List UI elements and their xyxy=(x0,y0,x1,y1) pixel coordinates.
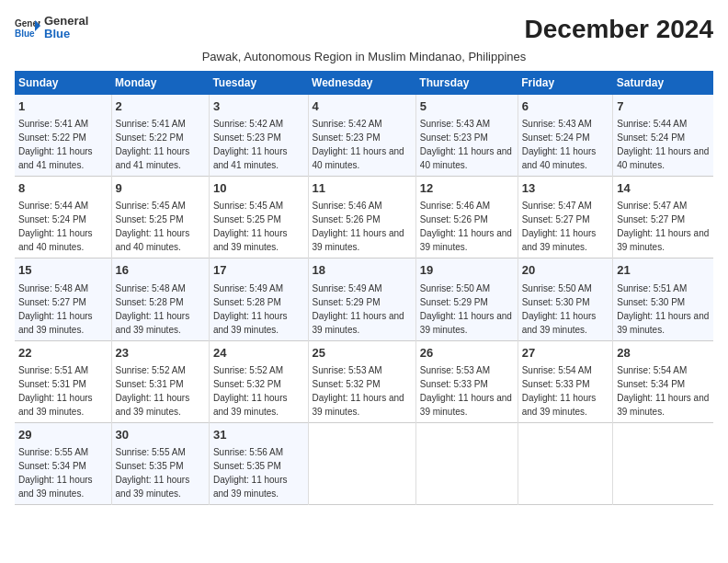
day-number: 22 xyxy=(18,345,108,362)
calendar-cell xyxy=(415,422,518,504)
sunset-text: Sunset: 5:30 PM xyxy=(617,297,685,307)
calendar-cell: 21Sunrise: 5:51 AMSunset: 5:30 PMDayligh… xyxy=(613,259,713,340)
sunset-text: Sunset: 5:26 PM xyxy=(420,214,488,224)
header-wednesday: Wednesday xyxy=(308,71,415,95)
calendar-cell: 20Sunrise: 5:50 AMSunset: 5:30 PMDayligh… xyxy=(518,259,613,340)
calendar-cell: 10Sunrise: 5:45 AMSunset: 5:25 PMDayligh… xyxy=(209,177,308,259)
sunrise-text: Sunrise: 5:44 AM xyxy=(18,201,88,211)
calendar-cell xyxy=(308,422,415,504)
week-row-3: 15Sunrise: 5:48 AMSunset: 5:27 PMDayligh… xyxy=(15,259,713,340)
daylight-text: Daylight: 11 hours and 39 minutes. xyxy=(116,393,190,417)
day-number: 13 xyxy=(522,180,609,197)
sunrise-text: Sunrise: 5:46 AM xyxy=(313,201,382,211)
sunrise-text: Sunrise: 5:45 AM xyxy=(213,201,283,211)
daylight-text: Daylight: 11 hours and 39 minutes. xyxy=(617,228,709,252)
week-row-4: 22Sunrise: 5:51 AMSunset: 5:31 PMDayligh… xyxy=(15,340,713,422)
calendar-cell: 24Sunrise: 5:52 AMSunset: 5:32 PMDayligh… xyxy=(209,340,308,422)
sunrise-text: Sunrise: 5:54 AM xyxy=(617,365,687,375)
daylight-text: Daylight: 11 hours and 39 minutes. xyxy=(420,393,512,417)
svg-text:Blue: Blue xyxy=(15,29,35,39)
logo-general: General xyxy=(44,15,88,28)
sunset-text: Sunset: 5:24 PM xyxy=(522,132,590,143)
logo-blue: Blue xyxy=(44,28,88,40)
sunrise-text: Sunrise: 5:41 AM xyxy=(116,119,186,129)
day-number: 9 xyxy=(116,180,205,197)
day-number: 15 xyxy=(18,262,108,279)
day-number: 7 xyxy=(617,98,710,115)
calendar-cell: 23Sunrise: 5:52 AMSunset: 5:31 PMDayligh… xyxy=(111,340,209,422)
calendar-cell: 6Sunrise: 5:43 AMSunset: 5:24 PMDaylight… xyxy=(518,95,613,177)
sunrise-text: Sunrise: 5:54 AM xyxy=(522,365,592,375)
sunset-text: Sunset: 5:23 PM xyxy=(313,132,381,143)
day-number: 6 xyxy=(522,98,609,115)
logo-icon: General Blue xyxy=(15,17,40,39)
sunrise-text: Sunrise: 5:41 AM xyxy=(18,119,88,129)
sunrise-text: Sunrise: 5:49 AM xyxy=(213,283,283,293)
day-number: 11 xyxy=(313,180,412,197)
sunset-text: Sunset: 5:23 PM xyxy=(420,132,488,143)
sunset-text: Sunset: 5:29 PM xyxy=(420,297,488,307)
top-bar: General Blue General Blue December 2024 xyxy=(15,15,713,46)
sunset-text: Sunset: 5:22 PM xyxy=(116,132,184,143)
header-saturday: Saturday xyxy=(613,71,713,95)
daylight-text: Daylight: 11 hours and 41 minutes. xyxy=(213,146,288,170)
daylight-text: Daylight: 11 hours and 41 minutes. xyxy=(116,146,190,170)
calendar-cell: 8Sunrise: 5:44 AMSunset: 5:24 PMDaylight… xyxy=(15,177,111,259)
sunrise-text: Sunrise: 5:48 AM xyxy=(18,283,88,293)
sunrise-text: Sunrise: 5:51 AM xyxy=(18,365,88,375)
sunrise-text: Sunrise: 5:53 AM xyxy=(420,365,490,375)
day-number: 12 xyxy=(420,180,514,197)
sunset-text: Sunset: 5:30 PM xyxy=(522,297,590,307)
day-number: 24 xyxy=(213,345,304,362)
week-row-2: 8Sunrise: 5:44 AMSunset: 5:24 PMDaylight… xyxy=(15,177,713,259)
header-friday: Friday xyxy=(518,71,613,95)
sunrise-text: Sunrise: 5:56 AM xyxy=(213,447,283,457)
calendar-cell: 22Sunrise: 5:51 AMSunset: 5:31 PMDayligh… xyxy=(15,340,111,422)
day-number: 21 xyxy=(617,262,710,279)
daylight-text: Daylight: 11 hours and 39 minutes. xyxy=(313,393,404,417)
day-number: 2 xyxy=(116,98,205,115)
day-number: 1 xyxy=(18,98,108,115)
daylight-text: Daylight: 11 hours and 39 minutes. xyxy=(313,228,404,252)
daylight-text: Daylight: 11 hours and 39 minutes. xyxy=(116,311,190,335)
sunset-text: Sunset: 5:33 PM xyxy=(522,379,590,389)
calendar-cell: 7Sunrise: 5:44 AMSunset: 5:24 PMDaylight… xyxy=(613,95,713,177)
daylight-text: Daylight: 11 hours and 39 minutes. xyxy=(213,475,288,499)
sunset-text: Sunset: 5:34 PM xyxy=(18,461,86,471)
daylight-text: Daylight: 11 hours and 40 minutes. xyxy=(617,146,709,170)
day-number: 8 xyxy=(18,180,108,197)
sunset-text: Sunset: 5:25 PM xyxy=(213,214,281,224)
header-tuesday: Tuesday xyxy=(209,71,308,95)
page-title: December 2024 xyxy=(525,15,713,44)
day-number: 26 xyxy=(420,345,514,362)
day-number: 3 xyxy=(213,98,304,115)
calendar-cell: 25Sunrise: 5:53 AMSunset: 5:32 PMDayligh… xyxy=(308,340,415,422)
calendar-cell: 30Sunrise: 5:55 AMSunset: 5:35 PMDayligh… xyxy=(111,422,209,504)
sunset-text: Sunset: 5:26 PM xyxy=(313,214,381,224)
calendar-cell: 3Sunrise: 5:42 AMSunset: 5:23 PMDaylight… xyxy=(209,95,308,177)
day-number: 20 xyxy=(522,262,609,279)
header-monday: Monday xyxy=(111,71,209,95)
sunset-text: Sunset: 5:24 PM xyxy=(18,214,86,224)
daylight-text: Daylight: 11 hours and 40 minutes. xyxy=(18,228,93,252)
sunset-text: Sunset: 5:25 PM xyxy=(116,214,184,224)
sunset-text: Sunset: 5:33 PM xyxy=(420,379,488,389)
day-number: 18 xyxy=(313,262,412,279)
day-number: 28 xyxy=(617,345,710,362)
sunset-text: Sunset: 5:35 PM xyxy=(213,461,281,471)
day-number: 4 xyxy=(313,98,412,115)
daylight-text: Daylight: 11 hours and 39 minutes. xyxy=(420,311,512,335)
sunset-text: Sunset: 5:34 PM xyxy=(617,379,685,389)
daylight-text: Daylight: 11 hours and 41 minutes. xyxy=(18,146,93,170)
calendar-cell xyxy=(518,422,613,504)
calendar-cell: 28Sunrise: 5:54 AMSunset: 5:34 PMDayligh… xyxy=(613,340,713,422)
calendar-cell xyxy=(613,422,713,504)
sunrise-text: Sunrise: 5:43 AM xyxy=(420,119,490,129)
sunrise-text: Sunrise: 5:48 AM xyxy=(116,283,186,293)
sunset-text: Sunset: 5:31 PM xyxy=(116,379,184,389)
day-number: 16 xyxy=(116,262,205,279)
sunrise-text: Sunrise: 5:43 AM xyxy=(522,119,592,129)
sunrise-text: Sunrise: 5:50 AM xyxy=(522,283,592,293)
day-number: 19 xyxy=(420,262,514,279)
calendar-table: SundayMondayTuesdayWednesdayThursdayFrid… xyxy=(15,71,713,505)
